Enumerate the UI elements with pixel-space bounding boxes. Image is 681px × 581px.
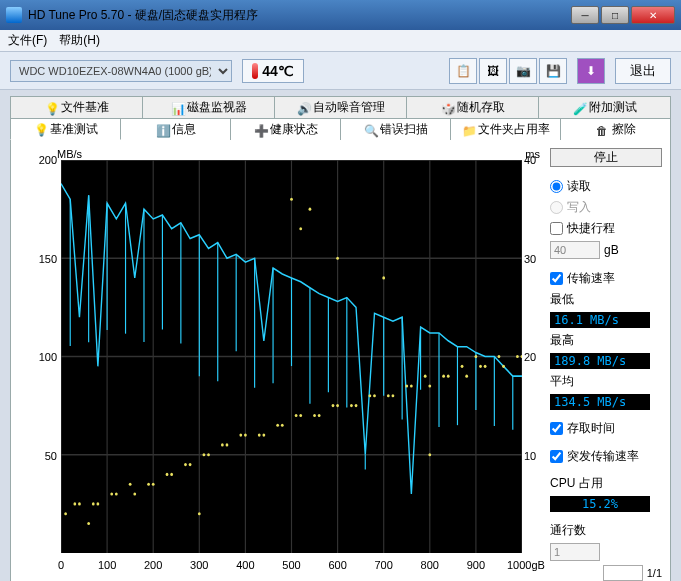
- content-area: 💡文件基准 📊磁盘监视器 🔊自动噪音管理 🎲随机存取 🧪附加测试 💡基准测试 ℹ…: [0, 90, 681, 581]
- tab-random-access[interactable]: 🎲随机存取: [407, 96, 539, 118]
- svg-point-46: [170, 473, 173, 476]
- svg-point-56: [355, 404, 358, 407]
- tab-benchmark[interactable]: 💡基准测试: [10, 118, 121, 140]
- menu-file[interactable]: 文件(F): [8, 32, 47, 49]
- window-title: HD Tune Pro 5.70 - 硬盘/固态硬盘实用程序: [28, 7, 571, 24]
- cpu-label: CPU 占用: [550, 475, 662, 492]
- svg-point-42: [96, 502, 99, 505]
- health-icon: ➕: [254, 124, 266, 136]
- bulb-icon: 💡: [45, 102, 57, 114]
- svg-point-89: [498, 355, 501, 358]
- svg-point-74: [221, 443, 224, 446]
- svg-point-50: [244, 434, 247, 437]
- pass-counter: 1/1: [550, 565, 662, 581]
- svg-point-60: [428, 384, 431, 387]
- menu-help[interactable]: 帮助(H): [59, 32, 100, 49]
- side-panel: 停止 读取 写入 快捷行程 gB 传输速率 最低 16.1 MB/s 最高 18…: [550, 148, 662, 581]
- menubar: 文件(F) 帮助(H): [0, 30, 681, 52]
- svg-point-58: [392, 394, 395, 397]
- svg-point-83: [387, 394, 390, 397]
- close-button[interactable]: ✕: [631, 6, 675, 24]
- svg-point-99: [475, 355, 478, 358]
- svg-point-94: [198, 512, 201, 515]
- svg-point-64: [502, 365, 505, 368]
- maximize-button[interactable]: □: [601, 6, 629, 24]
- tab-extra-tests[interactable]: 🧪附加测试: [539, 96, 671, 118]
- y-axis-label-left: MB/s: [57, 148, 82, 160]
- avg-value: 134.5 MB/s: [550, 394, 650, 410]
- svg-point-43: [115, 492, 118, 495]
- svg-point-81: [350, 404, 353, 407]
- tabs-row-1: 💡文件基准 📊磁盘监视器 🔊自动噪音管理 🎲随机存取 🧪附加测试: [10, 96, 671, 118]
- toolbar: WDC WD10EZEX-08WN4A0 (1000 gB) 44℃ 📋 🖼 📷…: [0, 52, 681, 90]
- tab-erase[interactable]: 🗑擦除: [561, 118, 671, 140]
- tab-info[interactable]: ℹ️信息: [121, 118, 231, 140]
- svg-point-98: [428, 453, 431, 456]
- svg-point-72: [184, 463, 187, 466]
- svg-point-82: [368, 394, 371, 397]
- start-stop-button[interactable]: 停止: [550, 148, 662, 167]
- read-radio[interactable]: 读取: [550, 178, 662, 195]
- flask-icon: 🧪: [573, 102, 585, 114]
- svg-point-66: [73, 502, 76, 505]
- svg-point-65: [521, 355, 522, 358]
- info-icon: ℹ️: [156, 124, 168, 136]
- thermometer-icon: [252, 63, 258, 79]
- svg-point-41: [78, 502, 81, 505]
- svg-point-91: [290, 198, 293, 201]
- svg-point-95: [87, 522, 90, 525]
- pass-label: 通行数: [550, 522, 662, 539]
- svg-point-69: [129, 483, 132, 486]
- svg-point-63: [484, 365, 487, 368]
- tab-file-benchmark[interactable]: 💡文件基准: [10, 96, 143, 118]
- svg-point-55: [336, 404, 339, 407]
- tabs-row-2: 💡基准测试 ℹ️信息 ➕健康状态 🔍错误扫描 📁文件夹占用率 🗑擦除: [10, 118, 671, 140]
- svg-point-92: [299, 227, 302, 230]
- temperature-value: 44℃: [262, 63, 294, 79]
- copy-info-button[interactable]: 📋: [449, 58, 477, 84]
- svg-point-96: [336, 257, 339, 260]
- burst-rate-check[interactable]: 突发传输速率: [550, 448, 662, 465]
- minimize-button[interactable]: ─: [571, 6, 599, 24]
- copy-screenshot-button[interactable]: 🖼: [479, 58, 507, 84]
- svg-point-78: [295, 414, 298, 417]
- tab-folder-usage[interactable]: 📁文件夹占用率: [451, 118, 561, 140]
- screenshot-button[interactable]: 📷: [509, 58, 537, 84]
- svg-point-62: [465, 375, 468, 378]
- svg-point-54: [318, 414, 321, 417]
- svg-point-73: [203, 453, 206, 456]
- tab-aam[interactable]: 🔊自动噪音管理: [275, 96, 407, 118]
- svg-point-84: [405, 384, 408, 387]
- bulb-icon: 💡: [34, 123, 46, 135]
- svg-point-79: [313, 414, 316, 417]
- svg-point-52: [281, 424, 284, 427]
- drive-select[interactable]: WDC WD10EZEX-08WN4A0 (1000 gB): [10, 60, 232, 82]
- exit-button[interactable]: 退出: [615, 58, 671, 84]
- save-button[interactable]: 💾: [539, 58, 567, 84]
- tab-disk-monitor[interactable]: 📊磁盘监视器: [143, 96, 275, 118]
- svg-point-97: [382, 276, 385, 279]
- svg-point-88: [479, 365, 482, 368]
- write-radio[interactable]: 写入: [550, 199, 662, 216]
- svg-point-59: [410, 384, 413, 387]
- svg-point-80: [332, 404, 335, 407]
- tab-error-scan[interactable]: 🔍错误扫描: [341, 118, 451, 140]
- short-stroke-check[interactable]: 快捷行程: [550, 220, 662, 237]
- chart-area: MB/s ms 50100150200 10203040 01002003004…: [19, 148, 542, 581]
- svg-point-85: [424, 375, 427, 378]
- svg-point-51: [262, 434, 265, 437]
- short-stroke-value: gB: [550, 241, 662, 259]
- svg-point-53: [299, 414, 302, 417]
- transfer-check[interactable]: 传输速率: [550, 270, 662, 287]
- temperature-box: 44℃: [242, 59, 304, 83]
- svg-point-68: [110, 492, 113, 495]
- speaker-icon: 🔊: [297, 102, 309, 114]
- tab-health[interactable]: ➕健康状态: [231, 118, 341, 140]
- benchmark-panel: MB/s ms 50100150200 10203040 01002003004…: [10, 140, 671, 581]
- short-stroke-input[interactable]: [550, 241, 600, 259]
- access-time-check[interactable]: 存取时间: [550, 420, 662, 437]
- svg-point-40: [64, 512, 67, 515]
- svg-point-75: [239, 434, 242, 437]
- pass-input[interactable]: [550, 543, 600, 561]
- options-button[interactable]: ⬇: [577, 58, 605, 84]
